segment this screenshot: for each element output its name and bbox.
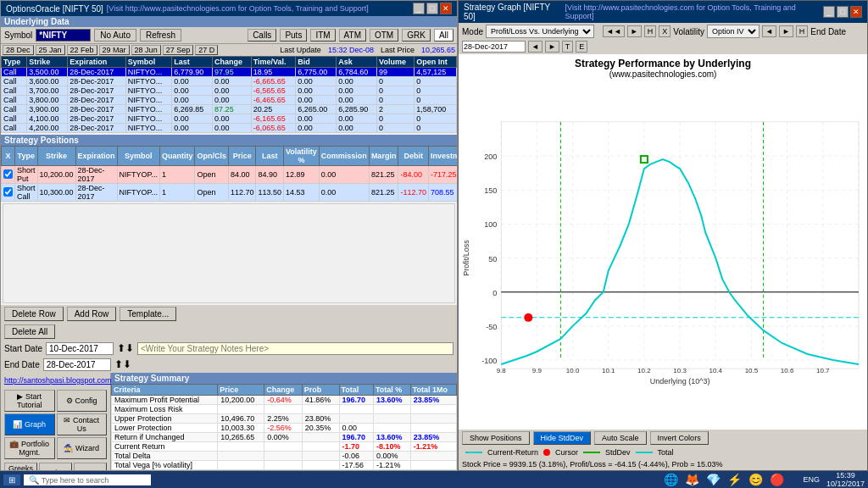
legend-stddev-line: [583, 452, 600, 453]
position-checkbox-1[interactable]: [3, 187, 13, 197]
summary-row-3: Lower Protection10,003.30-2.56%20.35%0.0…: [112, 423, 457, 432]
portfolio-mgmt-button[interactable]: 💼 Portfolio Mgmt.: [4, 437, 55, 459]
graph-date-btn-1[interactable]: ◄: [528, 41, 542, 53]
graph-end-date-input[interactable]: [462, 41, 526, 53]
date-tab-22feb[interactable]: 22 Feb: [67, 45, 97, 55]
symbol-input[interactable]: [36, 29, 91, 42]
positions-table: X Type Strike Expiration Symbol Quantity…: [1, 146, 457, 202]
position-row-0[interactable]: Short Put10,200.0028-Dec-2017NIFTYOP...1…: [2, 166, 458, 184]
taskbar-icon-2[interactable]: 🦊: [685, 473, 699, 486]
taskbar-icon-3[interactable]: 💎: [706, 473, 721, 486]
refresh-button[interactable]: Refresh: [140, 29, 181, 42]
end-date-input[interactable]: [43, 358, 111, 371]
legend-total-line: [636, 452, 653, 453]
date-tab-29mar[interactable]: 29 Mar: [99, 45, 130, 55]
tab-all[interactable]: All: [434, 29, 453, 42]
date-tab-28jun[interactable]: 28 Jun: [131, 45, 161, 55]
new-button[interactable]: New: [74, 463, 107, 471]
invert-colors-button[interactable]: Invert Colors: [650, 431, 709, 445]
graph-btn-2[interactable]: ►: [627, 25, 642, 37]
mode-label: Mode: [462, 27, 483, 36]
tab-grk[interactable]: GRK: [402, 29, 431, 42]
tab-calls[interactable]: Calls: [248, 29, 276, 42]
start-button[interactable]: ⊞: [3, 474, 20, 485]
mode-select[interactable]: Profit/Loss Vs. Underlying: [486, 25, 594, 38]
start-date-input[interactable]: [46, 342, 114, 355]
taskbar-icon-1[interactable]: 🌐: [664, 473, 678, 486]
svg-text:10.3: 10.3: [673, 367, 687, 374]
greeks-calc-button[interactable]: Greeks Calc: [4, 463, 37, 471]
tab-puts[interactable]: Puts: [280, 29, 307, 42]
maximize-button[interactable]: □: [426, 3, 438, 14]
options-row-2[interactable]: Call3,700.0028-Dec-2017NIFTYO...0.000.00…: [2, 86, 457, 96]
position-checkbox-0[interactable]: [3, 169, 13, 179]
graph-x-button[interactable]: X: [659, 25, 670, 37]
col-strike: Strike: [27, 57, 68, 68]
options-row-5[interactable]: Call4,100.0028-Dec-2017NIFTYO...0.000.00…: [2, 114, 457, 124]
hide-stddev-button[interactable]: Hide StdDev: [533, 431, 592, 445]
graph-t-button[interactable]: T: [562, 41, 574, 53]
minimize-button[interactable]: _: [413, 3, 425, 14]
svg-text:10.6: 10.6: [781, 367, 794, 374]
date-tab-27d[interactable]: 27 D: [195, 45, 218, 55]
close-button[interactable]: ✕: [440, 3, 452, 14]
config-button[interactable]: ⚙ Config: [57, 390, 108, 412]
legend-current-return-line: [465, 452, 482, 453]
options-row-4[interactable]: Call3,900.0028-Dec-2017NIFTYO...6,269.85…: [2, 105, 457, 114]
template-button[interactable]: Template...: [120, 307, 176, 321]
graph-bottom-bar: Show Positions Hide StdDev Auto Scale In…: [459, 430, 867, 470]
svg-text:9.9: 9.9: [532, 367, 542, 374]
graph-e-button[interactable]: E: [576, 41, 587, 53]
legend-cursor-dot: [543, 449, 550, 456]
volatility-select[interactable]: Option IV: [707, 25, 760, 38]
tab-atm[interactable]: ATM: [339, 29, 366, 42]
taskbar-icon-6[interactable]: 🔴: [770, 473, 784, 486]
start-tutorial-button[interactable]: ▶ Start Tutorial: [4, 390, 55, 412]
tab-otm[interactable]: OTM: [370, 29, 398, 42]
strategy-notes-input[interactable]: [137, 342, 453, 355]
legend-stddev-label: StdDev: [605, 448, 631, 457]
options-row-3[interactable]: Call3,800.0028-Dec-2017NIFTYO...0.000.00…: [2, 96, 457, 105]
print-button[interactable]: Print: [39, 463, 72, 471]
stock-price-status: Stock Price = 9939.15 (3.18%), Profit/Lo…: [462, 460, 722, 469]
position-row-1[interactable]: Short Call10,300.0028-Dec-2017NIFTYOP...…: [2, 184, 458, 202]
search-placeholder-text: Type here to search: [42, 476, 109, 485]
left-app-subtitle: [Visit http://www.pasitechnologies.com f…: [107, 4, 369, 13]
vol-h-button[interactable]: H: [796, 25, 809, 37]
right-maximize-button[interactable]: □: [837, 6, 849, 18]
right-minimize-button[interactable]: _: [823, 6, 835, 18]
right-close-button[interactable]: ✕: [850, 6, 862, 18]
summary-row-6: Total Delta-0.060.00%: [112, 451, 457, 460]
blog-link[interactable]: http://santoshpasi.blogspot.com: [4, 376, 107, 385]
date-tab-25jan[interactable]: 25 Jan: [36, 45, 65, 55]
delete-all-button[interactable]: Delete All: [4, 324, 55, 339]
options-row-0[interactable]: Call3,500.0028-Dec-2017NIFTYO...6,779.90…: [2, 68, 457, 77]
vol-btn-2[interactable]: ►: [779, 25, 793, 37]
taskbar-icon-5[interactable]: 😊: [748, 473, 763, 486]
graph-btn-1[interactable]: ◄◄: [603, 25, 625, 37]
auto-scale-button[interactable]: Auto Scale: [594, 431, 647, 445]
contact-us-button[interactable]: ✉ Contact Us: [57, 413, 108, 435]
graph-h-button[interactable]: H: [644, 25, 657, 37]
tab-itm[interactable]: ITM: [310, 29, 335, 42]
graph-date-btn-2[interactable]: ►: [545, 41, 559, 53]
svg-text:10.2: 10.2: [637, 367, 651, 374]
summary-row-5: Current Return-1.70-8.10%-1.21%: [112, 441, 457, 451]
col-symbol: Symbol: [125, 57, 172, 68]
search-area[interactable]: 🔍 Type here to search: [24, 474, 151, 485]
show-positions-button[interactable]: Show Positions: [462, 431, 530, 445]
graph-button[interactable]: 📊 Graph: [4, 413, 55, 435]
col-expiration: Expiration: [68, 57, 125, 68]
delete-row-button[interactable]: Delete Row: [4, 307, 64, 321]
vol-btn-1[interactable]: ◄: [762, 25, 776, 37]
date-tab-28dec[interactable]: 28 Dec: [3, 45, 34, 55]
add-row-button[interactable]: Add Row: [67, 307, 117, 321]
options-row-6[interactable]: Call4,200.0028-Dec-2017NIFTYO...0.000.00…: [2, 124, 457, 133]
no-auto-button[interactable]: No Auto: [94, 29, 136, 42]
taskbar-icon-4[interactable]: ⚡: [727, 473, 742, 486]
pos-col-strike: Strike: [37, 147, 75, 166]
wizard-button[interactable]: 🧙 Wizard: [57, 437, 108, 459]
date-tab-27sep[interactable]: 27 Sep: [163, 45, 194, 55]
options-row-1[interactable]: Call3,600.0028-Dec-2017NIFTYO...0.000.00…: [2, 77, 457, 86]
options-table: Type Strike Expiration Symbol Last Chang…: [1, 56, 457, 133]
